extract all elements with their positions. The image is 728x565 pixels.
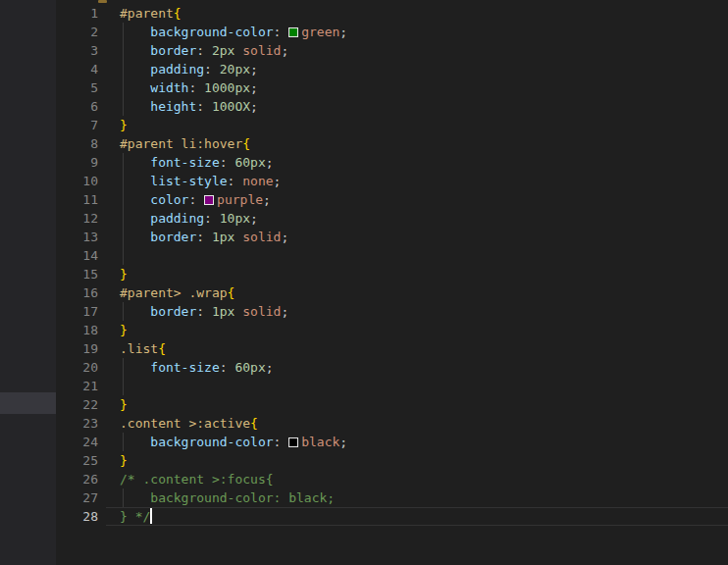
- line-number[interactable]: 13: [56, 228, 98, 246]
- code-line-content[interactable]: border: 1px solid;: [120, 228, 728, 246]
- line-number[interactable]: 15: [56, 265, 98, 283]
- code-line[interactable]: 21: [56, 377, 728, 395]
- color-swatch-green[interactable]: [288, 27, 298, 37]
- line-number[interactable]: 8: [56, 134, 98, 153]
- line-number[interactable]: 22: [56, 395, 98, 414]
- line-number[interactable]: 9: [56, 153, 98, 172]
- code-line[interactable]: 8#parent li:hover{: [56, 134, 728, 153]
- code-line[interactable]: 3 border: 2px solid;: [56, 41, 728, 60]
- code-line-content[interactable]: #parent> .wrap{: [120, 283, 728, 302]
- code-line-content[interactable]: /* .content >:focus{: [120, 470, 728, 488]
- line-number[interactable]: 23: [56, 414, 98, 433]
- line-number[interactable]: 4: [56, 60, 98, 78]
- left-panel-scroll-thumb[interactable]: [0, 392, 56, 414]
- code-line[interactable]: 11 color: purple;: [56, 190, 728, 209]
- line-number[interactable]: 26: [56, 470, 98, 488]
- line-number[interactable]: 1: [56, 4, 98, 23]
- code-line-content[interactable]: height: 100OX;: [120, 97, 728, 116]
- code-line-content[interactable]: }: [120, 395, 728, 414]
- code-line-content[interactable]: background-color: green;: [120, 23, 728, 41]
- code-line[interactable]: 12 padding: 10px;: [56, 209, 728, 228]
- code-line[interactable]: 17 border: 1px solid;: [56, 302, 728, 321]
- code-line-content[interactable]: .list{: [120, 339, 728, 358]
- code-token: [120, 230, 150, 244]
- code-line[interactable]: 4 padding: 20px;: [56, 60, 728, 78]
- code-line-content[interactable]: } */: [120, 507, 728, 526]
- line-number[interactable]: 16: [56, 283, 98, 302]
- code-line-content[interactable]: color: purple;: [120, 190, 728, 209]
- left-panel: [0, 0, 56, 565]
- code-line[interactable]: 19.list{: [56, 339, 728, 358]
- code-line[interactable]: 2 background-color: green;: [56, 23, 728, 41]
- line-number[interactable]: 2: [56, 23, 98, 41]
- code-token: [120, 155, 150, 170]
- line-number[interactable]: 7: [56, 116, 98, 134]
- code-line[interactable]: 18}: [56, 321, 728, 339]
- code-line[interactable]: 27 background-color: black;: [56, 488, 728, 507]
- code-line[interactable]: 5 width: 1000px;: [56, 78, 728, 97]
- code-line[interactable]: 24 background-color: black;: [56, 433, 728, 451]
- code-line-content[interactable]: .content >:active{: [120, 414, 728, 433]
- editor-area[interactable]: 1#parent{2 background-color: green;3 bor…: [56, 0, 728, 565]
- code-line-content[interactable]: #parent li:hover{: [120, 134, 728, 153]
- code-line[interactable]: 7}: [56, 116, 728, 134]
- code-line-content[interactable]: border: 2px solid;: [120, 41, 728, 60]
- code-line-content[interactable]: }: [120, 265, 728, 283]
- code-line[interactable]: 28} */: [56, 507, 728, 526]
- code-token: border: [150, 304, 196, 319]
- code-line-content[interactable]: #parent{: [120, 4, 728, 23]
- code-line-content[interactable]: }: [120, 116, 728, 134]
- color-swatch-black[interactable]: [288, 437, 298, 447]
- color-swatch-purple[interactable]: [204, 195, 214, 205]
- code-line-content[interactable]: list-style: none;: [120, 172, 728, 190]
- line-number[interactable]: 27: [56, 488, 98, 507]
- code-line-content[interactable]: font-size: 60px;: [120, 153, 728, 172]
- code-line[interactable]: 16#parent> .wrap{: [56, 283, 728, 302]
- line-number[interactable]: 24: [56, 433, 98, 451]
- line-number[interactable]: 25: [56, 451, 98, 470]
- indent-guide: [123, 377, 124, 395]
- line-number[interactable]: 6: [56, 97, 98, 116]
- code-line[interactable]: 15}: [56, 265, 728, 283]
- code-line[interactable]: 6 height: 100OX;: [56, 97, 728, 116]
- code-line[interactable]: 1#parent{: [56, 4, 728, 23]
- code-line-content[interactable]: [120, 377, 728, 395]
- code-line-content[interactable]: border: 1px solid;: [120, 302, 728, 321]
- code-token: :: [274, 25, 289, 39]
- line-number[interactable]: 10: [56, 172, 98, 190]
- code-token: #parent li:hover: [120, 136, 242, 151]
- line-number[interactable]: 18: [56, 321, 98, 339]
- line-number[interactable]: 5: [56, 78, 98, 97]
- code-line-content[interactable]: background-color: black;: [120, 433, 728, 451]
- code-token: ;: [274, 174, 282, 188]
- code-token: [120, 62, 150, 77]
- code-line-content[interactable]: background-color: black;: [120, 488, 728, 507]
- line-number[interactable]: 28: [56, 507, 98, 526]
- line-number[interactable]: 3: [56, 41, 98, 60]
- code-line[interactable]: 13 border: 1px solid;: [56, 228, 728, 246]
- code-line[interactable]: 23.content >:active{: [56, 414, 728, 433]
- line-number[interactable]: 17: [56, 302, 98, 321]
- code-line-content[interactable]: [120, 246, 728, 265]
- code-line-content[interactable]: width: 1000px;: [120, 78, 728, 97]
- line-number[interactable]: 20: [56, 358, 98, 377]
- line-number[interactable]: 11: [56, 190, 98, 209]
- code-line-content[interactable]: }: [120, 321, 728, 339]
- code-line[interactable]: 22}: [56, 395, 728, 414]
- code-line-content[interactable]: padding: 20px;: [120, 60, 728, 78]
- code-token: ;: [266, 360, 274, 375]
- line-number[interactable]: 19: [56, 339, 98, 358]
- code-line[interactable]: 10 list-style: none;: [56, 172, 728, 190]
- line-number[interactable]: 14: [56, 246, 98, 265]
- code-line-content[interactable]: padding: 10px;: [120, 209, 728, 228]
- code-line-content[interactable]: font-size: 60px;: [120, 358, 728, 377]
- line-number[interactable]: 21: [56, 377, 98, 395]
- code-line-content[interactable]: }: [120, 451, 728, 470]
- code-line[interactable]: 20 font-size: 60px;: [56, 358, 728, 377]
- code-line[interactable]: 9 font-size: 60px;: [56, 153, 728, 172]
- code-token: }: [120, 397, 128, 412]
- code-line[interactable]: 25}: [56, 451, 728, 470]
- code-line[interactable]: 26/* .content >:focus{: [56, 470, 728, 488]
- code-line[interactable]: 14: [56, 246, 728, 265]
- line-number[interactable]: 12: [56, 209, 98, 228]
